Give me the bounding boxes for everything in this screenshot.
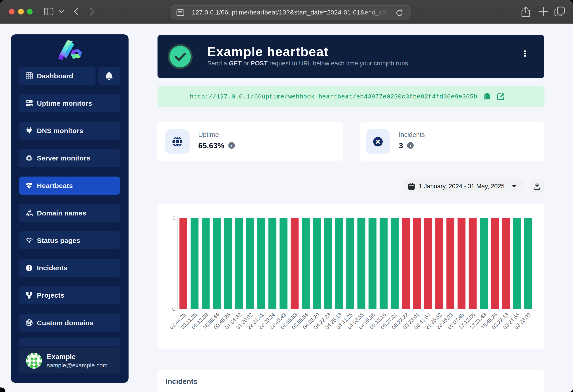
svg-text:1: 1 — [172, 214, 176, 221]
svg-text:0: 0 — [172, 305, 176, 312]
